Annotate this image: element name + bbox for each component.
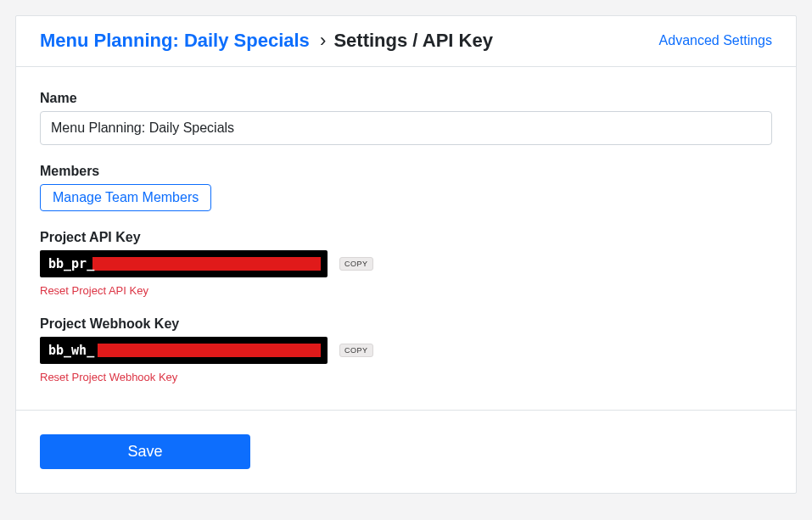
webhook-key-section: Project Webhook Key bb_wh_ COPY Reset Pr… bbox=[40, 316, 772, 384]
breadcrumb-separator: › bbox=[320, 30, 326, 51]
name-section: Name bbox=[40, 91, 772, 145]
card-body: Name Members Manage Team Members Project… bbox=[16, 67, 796, 411]
api-key-section: Project API Key bb_pr_ COPY Reset Projec… bbox=[40, 230, 772, 298]
webhook-key-reset-link[interactable]: Reset Project Webhook Key bbox=[40, 371, 177, 383]
webhook-key-prefix: bb_wh_ bbox=[40, 343, 94, 358]
breadcrumb: Menu Planning: Daily Specials › Settings… bbox=[40, 30, 493, 52]
manage-members-button[interactable]: Manage Team Members bbox=[40, 184, 211, 211]
api-key-prefix: bb_pr_ bbox=[40, 256, 94, 271]
members-section: Members Manage Team Members bbox=[40, 164, 772, 211]
api-key-copy-button[interactable]: COPY bbox=[339, 257, 373, 271]
webhook-key-copy-button[interactable]: COPY bbox=[339, 344, 373, 357]
api-key-redacted bbox=[92, 257, 321, 271]
name-label: Name bbox=[40, 91, 772, 106]
api-key-row: bb_pr_ COPY bbox=[40, 250, 772, 277]
api-key-reset-link[interactable]: Reset Project API Key bbox=[40, 284, 148, 297]
webhook-key-label: Project Webhook Key bbox=[40, 316, 772, 332]
card-footer: Save bbox=[16, 411, 796, 493]
api-key-label: Project API Key bbox=[40, 230, 772, 245]
advanced-settings-link[interactable]: Advanced Settings bbox=[659, 33, 772, 48]
save-button[interactable]: Save bbox=[40, 434, 250, 469]
members-label: Members bbox=[40, 164, 772, 179]
webhook-key-box: bb_wh_ bbox=[40, 337, 328, 364]
webhook-key-redacted bbox=[98, 344, 321, 357]
card-header: Menu Planning: Daily Specials › Settings… bbox=[16, 16, 796, 67]
api-key-box: bb_pr_ bbox=[40, 250, 328, 277]
settings-card: Menu Planning: Daily Specials › Settings… bbox=[15, 15, 797, 494]
webhook-key-row: bb_wh_ COPY bbox=[40, 337, 772, 364]
project-breadcrumb-link[interactable]: Menu Planning: Daily Specials bbox=[40, 30, 310, 51]
name-input[interactable] bbox=[40, 111, 772, 145]
breadcrumb-current: Settings / API Key bbox=[333, 30, 492, 51]
